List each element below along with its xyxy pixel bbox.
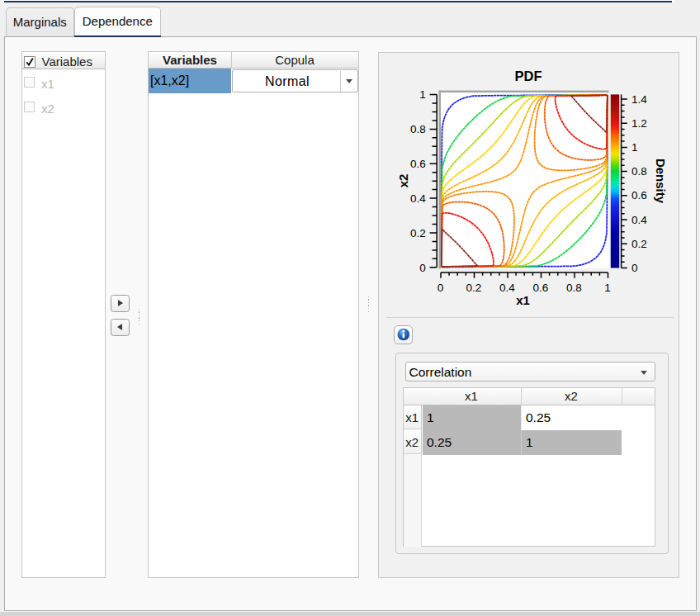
svg-text:0.2: 0.2 — [410, 227, 426, 239]
svg-text:0.8: 0.8 — [566, 282, 582, 294]
svg-text:x2: x2 — [396, 174, 410, 188]
svg-text:0: 0 — [419, 262, 426, 274]
svg-text:1: 1 — [419, 88, 426, 101]
svg-text:1.2: 1.2 — [631, 117, 647, 130]
svg-text:Density: Density — [654, 159, 668, 204]
svg-text:1: 1 — [604, 282, 611, 294]
svg-text:PDF: PDF — [515, 69, 542, 83]
svg-text:0.8: 0.8 — [410, 123, 426, 135]
svg-text:0.4: 0.4 — [410, 192, 426, 205]
svg-text:0.2: 0.2 — [631, 238, 647, 250]
svg-text:0: 0 — [438, 282, 444, 294]
svg-text:x1: x1 — [516, 293, 530, 307]
svg-text:1: 1 — [631, 141, 638, 154]
svg-text:0.2: 0.2 — [466, 282, 482, 294]
svg-text:0.4: 0.4 — [631, 214, 647, 226]
svg-text:0: 0 — [631, 262, 638, 274]
svg-text:0.6: 0.6 — [533, 282, 549, 294]
svg-text:1.4: 1.4 — [631, 93, 647, 106]
svg-text:0.4: 0.4 — [499, 282, 515, 294]
svg-text:0.6: 0.6 — [631, 189, 647, 201]
svg-text:0.6: 0.6 — [410, 158, 426, 170]
svg-text:0.8: 0.8 — [631, 165, 647, 178]
